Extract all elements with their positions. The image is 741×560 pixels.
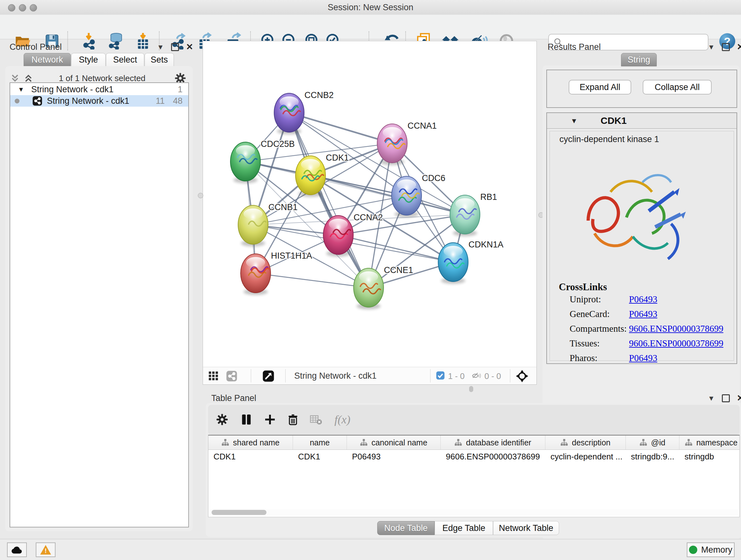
network-view-type-icon[interactable] (226, 370, 238, 383)
column-header-canonical-name[interactable]: canonical name (347, 435, 441, 449)
network-node-CDC25B[interactable] (230, 142, 260, 183)
column-header-label: description (572, 438, 610, 447)
tab-string[interactable]: String (621, 53, 657, 66)
section-expanded-caret-icon[interactable]: ▼ (570, 117, 578, 125)
column-header-namespace[interactable]: namespace (679, 435, 740, 449)
network-node-RB1[interactable] (450, 195, 480, 236)
network-list: ▼ String Network - cdk1 1 String Network… (10, 82, 189, 527)
shared-column-icon (221, 439, 229, 446)
close-panel-icon[interactable]: ✕ (737, 394, 741, 402)
network-node-CCNB1[interactable] (238, 205, 268, 246)
float-panel-icon[interactable]: ▼ (708, 395, 715, 402)
network-node-CCNB2[interactable] (274, 93, 304, 134)
collapse-all-button[interactable]: Collapse All (643, 80, 712, 95)
column-header-database-identifier[interactable]: database identifier (441, 435, 545, 449)
column-header-description[interactable]: description (545, 435, 626, 449)
tab-node-table[interactable]: Node Table (377, 521, 434, 535)
results-panel-window-controls: ▼ ✕ (708, 43, 741, 51)
tab-label: Network (31, 55, 63, 65)
column-header--id[interactable]: @id (626, 435, 679, 449)
button-label: Collapse All (655, 82, 699, 92)
maximize-panel-icon[interactable] (171, 43, 179, 51)
create-column-icon[interactable] (262, 411, 278, 428)
network-node-CDKN1A[interactable] (438, 243, 468, 284)
hidden-eye-slash-icon[interactable] (472, 371, 481, 382)
tab-edge-table[interactable]: Edge Table (434, 521, 493, 535)
network-node-HIST1H1A[interactable] (241, 254, 271, 295)
crosslink-link[interactable]: P06493 (629, 294, 657, 305)
horizontal-scrollbar[interactable] (209, 509, 738, 516)
network-node-label: HIST1H1A (271, 251, 312, 260)
network-collection-row[interactable]: ▼ String Network - cdk1 1 (10, 84, 188, 95)
crosslink-link[interactable]: 9606.ENSP00000378699 (629, 323, 724, 334)
table-gear-icon[interactable] (214, 411, 230, 428)
horizontal-splitter-handle[interactable] (469, 386, 473, 392)
network-collection-label: String Network - cdk1 (31, 84, 114, 95)
button-label: Expand All (580, 82, 620, 92)
toolbar-separator (285, 369, 286, 382)
tab-network[interactable]: Network (23, 53, 71, 66)
shared-column-icon (639, 439, 647, 446)
grid-view-icon[interactable] (208, 371, 219, 382)
close-panel-icon[interactable]: ✕ (737, 43, 741, 51)
network-node-label: CDKN1A (468, 240, 503, 249)
network-node-label: CCNA1 (408, 121, 437, 131)
scrollbar-thumb[interactable] (212, 510, 266, 515)
column-header-shared-name[interactable]: shared name (208, 435, 293, 449)
fit-selected-crosshair-icon[interactable] (516, 370, 529, 384)
cloud-status-button[interactable] (7, 543, 27, 557)
delete-column-icon[interactable] (285, 411, 301, 428)
network-edge-HIST1H1A-CCNE1[interactable] (256, 273, 368, 288)
float-panel-icon[interactable]: ▼ (708, 44, 715, 51)
crosslink-link[interactable]: P06493 (629, 353, 657, 363)
expand-collapse-box: Expand All Collapse All (546, 70, 737, 108)
warning-glyph: ! (45, 547, 47, 555)
tab-network-table[interactable]: Network Table (493, 521, 559, 535)
maximize-panel-icon[interactable] (722, 394, 730, 402)
float-panel-icon[interactable]: ▼ (157, 44, 164, 51)
delete-table-icon-disabled (308, 411, 324, 428)
network-row-selected[interactable]: String Network - cdk1 11 48 (10, 95, 188, 107)
crosslink-row: Uniprot:P06493 (559, 294, 731, 307)
protein-header[interactable]: ▼ CDK1 (547, 113, 737, 129)
tab-sets[interactable]: Sets (145, 53, 174, 66)
network-edge-CCNB2-CCNA1[interactable] (289, 113, 392, 143)
column-header-label: database identifier (466, 438, 531, 447)
birds-eye-view-icon[interactable] (262, 370, 274, 383)
crosslink-link[interactable]: 9606.ENSP00000378699 (629, 338, 724, 349)
column-header-name[interactable]: name (293, 435, 347, 449)
close-panel-icon[interactable]: ✕ (186, 43, 193, 51)
table-cell: cyclin-dependent ... (545, 452, 626, 462)
hidden-node-edge-counts: 0 - 0 (484, 371, 501, 381)
import-table-file-icon[interactable] (134, 31, 152, 51)
node-gloss (301, 159, 320, 170)
network-node-label: CCNA2 (354, 212, 383, 222)
network-node-CCNA1[interactable] (377, 124, 407, 165)
network-edge-CCNB2-CCNE1[interactable] (289, 113, 368, 288)
tree-expanded-caret-icon[interactable]: ▼ (18, 86, 24, 93)
selected-checkbox-icon[interactable] (436, 371, 445, 381)
shared-column-icon (560, 439, 568, 446)
shared-column-icon (455, 439, 462, 446)
show-columns-icon[interactable] (238, 411, 255, 428)
network-type-icon (32, 96, 43, 106)
maximize-panel-icon[interactable] (722, 43, 730, 51)
table-row[interactable]: CDK1CDK1P064939606.ENSP00000378699cyclin… (208, 450, 739, 463)
tab-label: Network Table (499, 523, 553, 533)
node-gloss (244, 208, 263, 219)
network-node-CCNE1[interactable] (354, 268, 384, 309)
import-network-database-icon[interactable] (106, 31, 125, 51)
network-canvas[interactable]: CCNB2CCNA1CDC25BCDK1CDC6RB1CCNB1CCNA2CDK… (203, 41, 536, 367)
crosslink-link[interactable]: P06493 (629, 309, 657, 319)
memory-button[interactable]: Memory (687, 543, 735, 557)
table-toolbar: f(x) (208, 405, 740, 435)
tab-label: Edge Table (442, 523, 485, 533)
expand-all-button[interactable]: Expand All (569, 80, 631, 95)
tab-style[interactable]: Style (71, 53, 106, 66)
left-splitter-handle[interactable] (198, 193, 203, 198)
toolbar-separator (67, 31, 68, 51)
tab-select[interactable]: Select (106, 53, 144, 66)
import-network-file-icon[interactable] (79, 31, 98, 51)
table-cell: CDK1 (208, 452, 293, 462)
warning-status-button[interactable]: ! (36, 543, 56, 557)
